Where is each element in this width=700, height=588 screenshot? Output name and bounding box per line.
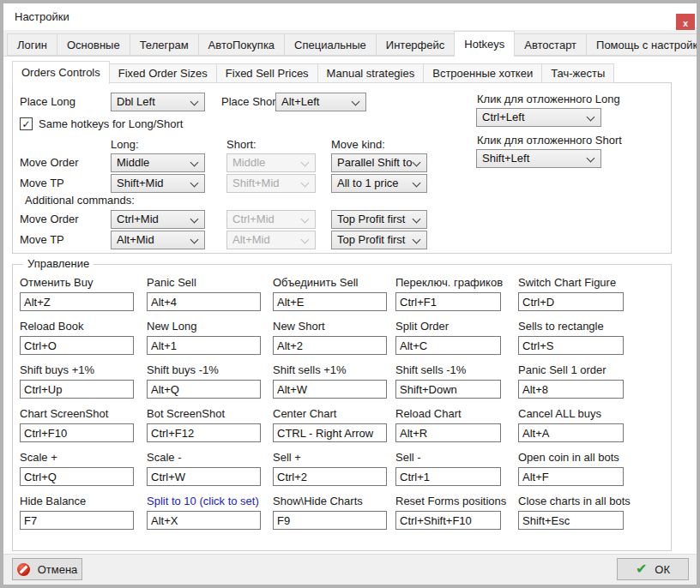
hotkey-input[interactable]	[518, 380, 624, 399]
hotkey-label: Split Order	[395, 320, 518, 333]
tab-telegram[interactable]: Телеграм	[130, 33, 199, 56]
chevron-down-icon	[301, 215, 310, 224]
tab-builtin-hotkeys[interactable]: Встроенные хоткеи	[423, 63, 542, 83]
tab-general[interactable]: Основные	[57, 33, 130, 56]
chevron-down-icon	[413, 179, 421, 188]
hotkey-split-to-10-link[interactable]: Split to 10 (click to set)	[147, 495, 273, 507]
column-short-header: Short:	[226, 138, 256, 152]
hotkey-input[interactable]	[20, 380, 134, 399]
hotkey-input[interactable]	[395, 511, 501, 530]
hotkey-input[interactable]	[518, 423, 624, 442]
hotkey-input[interactable]	[273, 467, 387, 486]
hotkey-input[interactable]	[273, 511, 387, 530]
hotkey-close-charts-all-bots: Close charts in all bots	[518, 495, 667, 530]
hotkey-label: Shift buys +1%	[20, 363, 147, 376]
move-order-short-value: Middle	[232, 156, 265, 169]
move-tp2-kind-combo[interactable]: Top Profit first	[331, 231, 427, 249]
hotkey-input[interactable]	[147, 511, 261, 530]
move-tp-long-combo[interactable]: Shift+Mid	[111, 174, 205, 193]
hotkey-label: Reset Forms positions	[395, 495, 518, 507]
hotkey-cancel-buy: Отменить Buy	[20, 276, 147, 311]
move-tp-long-value: Shift+Mid	[117, 177, 164, 189]
move-order2-kind-value: Top Profit first	[337, 213, 405, 225]
pending-long-combo[interactable]: Ctrl+Left	[476, 108, 601, 127]
hotkey-switch-chart-figure: Switch Chart Figure	[518, 276, 667, 311]
hotkey-new-long: New Long	[147, 320, 273, 355]
move-order-long-value: Middle	[117, 156, 149, 169]
hotkey-input[interactable]	[518, 336, 624, 355]
hotkey-input[interactable]	[395, 292, 501, 311]
place-long-combo[interactable]: Dbl Left	[111, 93, 205, 111]
hotkey-input[interactable]	[20, 336, 134, 355]
same-hotkeys-checkbox[interactable]: ✓	[20, 117, 33, 130]
pending-short-combo[interactable]: Shift+Left	[476, 149, 601, 168]
tab-autobuy[interactable]: АвтоПокупка	[198, 33, 285, 56]
move-tp-kind-combo[interactable]: All to 1 price	[331, 174, 427, 193]
hotkey-label: Scale -	[147, 451, 273, 464]
hotkey-split-order: Split Order	[395, 320, 518, 355]
hotkey-input[interactable]	[395, 336, 501, 355]
orders-controls-panel: Place Long Dbl Left Place Short Alt+Left…	[12, 82, 672, 254]
hotkey-input[interactable]	[273, 380, 387, 399]
tab-touch-gestures[interactable]: Тач-жесты	[541, 63, 614, 83]
pending-long-label: Клик для отложенного Long	[477, 93, 620, 106]
chevron-down-icon	[190, 98, 199, 106]
tab-fixed-order-sizes[interactable]: Fixed Order Sizes	[109, 63, 217, 83]
tab-hotkeys[interactable]: Hotkeys	[454, 31, 515, 57]
hotkey-input[interactable]	[395, 380, 501, 399]
hotkey-input[interactable]	[518, 511, 624, 530]
place-short-combo[interactable]: Alt+Left	[275, 93, 366, 111]
move-order-label: Move Order	[20, 156, 79, 170]
hotkey-input[interactable]	[518, 467, 624, 486]
hotkey-sell-minus: Sell -	[395, 451, 518, 486]
hotkey-label: Cancel ALL buys	[518, 407, 667, 420]
hotkey-input[interactable]	[20, 292, 134, 311]
chevron-down-icon	[190, 215, 199, 224]
tab-manual-strategies[interactable]: Manual strategies	[317, 63, 425, 83]
move-order-kind-combo[interactable]: Parallel Shift to	[331, 153, 427, 172]
hotkey-new-short: New Short	[273, 320, 395, 355]
hotkey-label: Hide Balance	[20, 495, 147, 507]
hotkey-input[interactable]	[273, 423, 387, 442]
tab-setup-help[interactable]: Помощь с настройкой	[586, 33, 700, 56]
tab-orders-controls[interactable]: Orders Controls	[12, 61, 110, 84]
hotkey-input[interactable]	[20, 467, 134, 486]
chevron-down-icon	[301, 159, 310, 167]
ok-button[interactable]: ✔ ОК	[617, 558, 689, 580]
move-order-long-combo[interactable]: Middle	[111, 153, 205, 172]
hotkey-label: Show\Hide Charts	[273, 495, 395, 507]
additional-commands-label: Additional commands:	[25, 194, 135, 207]
hotkey-input[interactable]	[518, 292, 624, 311]
move-tp-short-value: Shift+Mid	[232, 177, 280, 189]
move-tp-kind-value: All to 1 price	[337, 177, 399, 189]
place-short-label: Place Short	[221, 95, 279, 109]
tab-autostart[interactable]: Автостарт	[514, 33, 587, 56]
hotkey-input[interactable]	[147, 292, 261, 311]
hotkey-input[interactable]	[395, 467, 501, 486]
hotkey-input[interactable]	[147, 423, 261, 442]
hotkey-input[interactable]	[147, 380, 261, 399]
hotkey-input[interactable]	[273, 336, 387, 355]
move-order2-kind-combo[interactable]: Top Profit first	[331, 210, 427, 229]
hotkey-label: Shift sells +1%	[273, 363, 395, 376]
hotkey-input[interactable]	[20, 511, 134, 530]
tab-interface[interactable]: Интерфейс	[376, 33, 455, 56]
move-tp2-long-combo[interactable]: Alt+Mid	[111, 231, 205, 249]
hotkey-input[interactable]	[273, 292, 387, 311]
pending-short-value: Shift+Left	[482, 152, 529, 165]
tab-special[interactable]: Специальные	[284, 33, 377, 56]
hotkey-scale-minus: Scale -	[147, 451, 273, 486]
footer-bar: Отмена ✔ ОК	[3, 554, 697, 585]
hotkey-input[interactable]	[147, 336, 261, 355]
hotkey-shift-buys-up: Shift buys +1%	[20, 363, 147, 399]
tab-login[interactable]: Логин	[7, 33, 57, 56]
hotkey-label: New Long	[147, 320, 273, 333]
tab-fixed-sell-prices[interactable]: Fixed Sell Prices	[216, 63, 318, 83]
hotkey-input[interactable]	[147, 467, 261, 486]
cancel-button[interactable]: Отмена	[12, 558, 82, 580]
move-order2-long-combo[interactable]: Ctrl+Mid	[111, 210, 205, 229]
hotkey-input[interactable]	[395, 423, 501, 442]
hotkey-input[interactable]	[20, 423, 134, 442]
move-order2-short-combo: Ctrl+Mid	[226, 210, 316, 229]
hotkey-label: Center Chart	[273, 407, 395, 420]
